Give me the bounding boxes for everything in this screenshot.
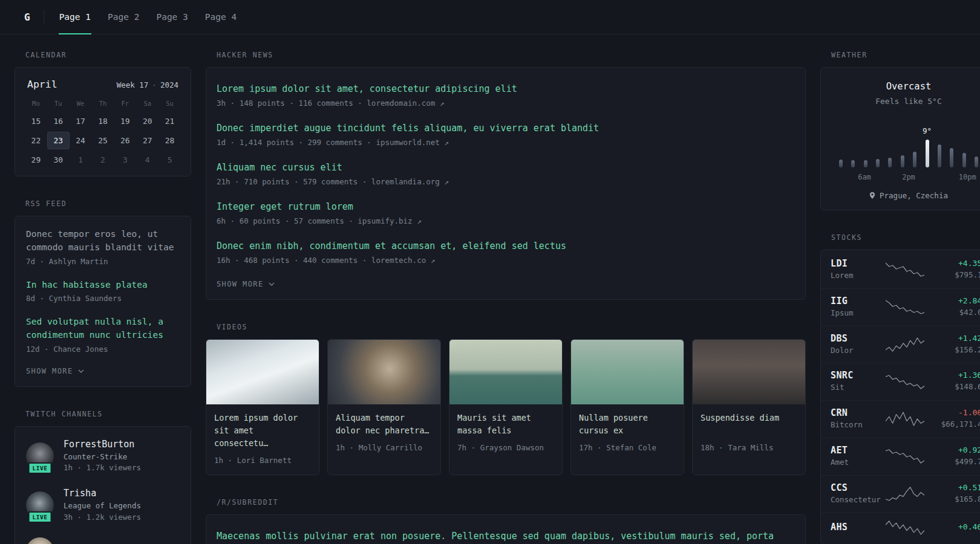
stock-change: +2.84% [926, 296, 980, 305]
calendar-day[interactable]: 4 [136, 151, 158, 169]
calendar-day[interactable]: 26 [114, 132, 136, 149]
subreddit-section: /R/SUBREDDIT Maecenas mollis pulvinar er… [206, 498, 806, 544]
hn-item-title[interactable]: Aliquam nec cursus elit [217, 161, 795, 175]
calendar-day[interactable]: 17 [70, 112, 92, 130]
calendar-day[interactable]: 22 [25, 132, 47, 149]
calendar-day[interactable]: 21 [158, 112, 181, 130]
hn-item-meta: 6h · 60 points · 57 comments · ipsumify.… [217, 216, 795, 227]
channel-avatar[interactable]: LIVE [26, 442, 54, 470]
rss-item: In hac habitasse platea 8d · Cynthia Sau… [26, 278, 180, 305]
calendar-day[interactable]: 1 [70, 151, 92, 169]
section-header-rss: RSS FEED [25, 199, 191, 208]
channel-meta: 1h · 1.7k viewers [64, 462, 141, 474]
video-card[interactable]: Nullam posuere cursus ex 17h · Stefan Co… [570, 339, 684, 475]
calendar-day[interactable]: 20 [136, 112, 158, 130]
hn-show-more-button[interactable]: SHOW MORE [217, 279, 275, 288]
hacker-news-section: HACKER NEWS Lorem ipsum dolor sit amet, … [206, 51, 806, 300]
calendar-dow-label: Tu [47, 96, 70, 111]
stock-row[interactable]: DBS Dolor +1.42% $156.28 [821, 326, 980, 364]
video-title[interactable]: Aliquam tempor dolor nec pharetra… [336, 412, 433, 437]
video-body: Suspendisse diam 18h · Tara Mills [693, 404, 805, 462]
rss-item-title[interactable]: Donec tempor eros leo, ut commodo mauris… [26, 227, 180, 254]
stock-id: AHS [831, 522, 884, 534]
calendar-day[interactable]: 3 [114, 151, 136, 169]
calendar-day[interactable]: 2 [92, 151, 114, 169]
stock-row[interactable]: SNRC Sit +1.36% $148.64 [821, 363, 980, 401]
video-card[interactable]: Mauris sit amet massa felis 7h · Grayson… [449, 339, 563, 475]
stock-symbol: AET [831, 445, 884, 456]
tab-page-2[interactable]: Page 2 [107, 0, 140, 34]
video-card[interactable]: Lorem ipsum dolor sit amet consectetu… 1… [206, 339, 319, 475]
calendar-week-year: Week 17·2024 [117, 80, 178, 89]
calendar-day[interactable]: 18 [92, 112, 114, 130]
stock-sparkline [884, 299, 926, 316]
video-card[interactable]: Suspendisse diam 18h · Tara Mills [692, 339, 806, 475]
stock-symbol: IIG [831, 296, 884, 306]
stock-name: Dolor [831, 345, 884, 357]
hn-item-meta: 1d · 1,414 points · 299 comments · ipsum… [217, 137, 795, 149]
calendar-day[interactable]: 28 [158, 132, 181, 149]
tab-page-1[interactable]: Page 1 [59, 0, 91, 34]
calendar-day[interactable]: 15 [25, 112, 47, 130]
weather-time-label: 2pm [902, 173, 915, 181]
channel-avatar[interactable]: LIVE [26, 491, 54, 519]
subreddit-post-title[interactable]: Maecenas mollis pulvinar erat non posuer… [217, 529, 795, 544]
calendar-day[interactable]: 30 [47, 151, 70, 169]
hn-item-title[interactable]: Donec imperdiet augue tincidunt felis al… [217, 121, 795, 135]
stock-row[interactable]: AHS +0.46% [821, 513, 980, 543]
video-title[interactable]: Lorem ipsum dolor sit amet consectetu… [214, 412, 311, 450]
weather-current-temp: 9° [923, 126, 932, 135]
hn-item-title[interactable]: Donec enim nibh, condimentum et accumsan… [217, 239, 795, 253]
calendar-day[interactable]: 5 [158, 151, 181, 169]
calendar-day[interactable]: 24 [70, 132, 92, 149]
stock-row[interactable]: CRN Bitcorn -1.00% $66,171.48 [821, 401, 980, 438]
stock-price: $66,171.48 [926, 419, 980, 430]
calendar-week: Week 17 [117, 80, 149, 89]
tab-page-4[interactable]: Page 4 [204, 0, 237, 34]
stock-values: -1.00% $66,171.48 [926, 408, 980, 430]
stock-id: IIG Ipsum [831, 296, 884, 319]
topbar: G Page 1 Page 2 Page 3 Page 4 [0, 0, 980, 34]
hn-item-title[interactable]: Lorem ipsum dolor sit amet, consectetur … [217, 82, 795, 96]
rss-item-title[interactable]: Sed volutpat nulla nisl, a condimentum n… [26, 315, 180, 342]
channel-name[interactable]: ForrestBurton [64, 439, 141, 450]
weather-bar [901, 155, 904, 167]
channel-name[interactable]: Trisha [64, 488, 141, 499]
stock-row[interactable]: AET Amet +0.92% $499.72 [821, 438, 980, 476]
stock-row[interactable]: CCS Consectetur +0.51% $165.84 [821, 476, 980, 513]
calendar-day-selected[interactable]: 23 [47, 132, 70, 149]
right-column: WEATHER Overcast Feels like 5°C 9° 6am 2… [820, 51, 980, 544]
rss-item-title[interactable]: In hac habitasse platea [26, 278, 180, 291]
hn-item-title[interactable]: Integer eget rutrum lorem [217, 200, 795, 214]
video-card[interactable]: Aliquam tempor dolor nec pharetra… 1h · … [327, 339, 441, 475]
stock-symbol: SNRC [831, 370, 884, 381]
video-body: Lorem ipsum dolor sit amet consectetu… 1… [206, 404, 319, 474]
stock-row[interactable]: LDI Lorem +4.35% $795.18 [821, 251, 980, 289]
video-title[interactable]: Suspendisse diam [701, 412, 797, 437]
stock-sparkline [884, 336, 926, 353]
calendar-day[interactable]: 29 [25, 151, 47, 169]
calendar-day[interactable]: 25 [92, 132, 114, 149]
twitch-channel: LIVE Trisha League of Legends 3h · 1.2k … [26, 488, 180, 523]
tab-page-3[interactable]: Page 3 [155, 0, 188, 34]
calendar-day[interactable]: 27 [136, 132, 158, 149]
stock-name: Amet [831, 457, 884, 468]
stock-price: $795.18 [926, 270, 980, 281]
channel-avatar[interactable]: LIVE [26, 537, 54, 544]
video-title[interactable]: Nullam posuere cursus ex [579, 412, 676, 437]
stock-id: CRN Bitcorn [831, 407, 884, 431]
hn-item: Lorem ipsum dolor sit amet, consectetur … [217, 82, 795, 109]
stock-values: +2.84% $42.04 [926, 296, 980, 319]
calendar-dow-label: Fr [114, 96, 136, 111]
stock-symbol: CRN [831, 407, 884, 418]
stock-symbol: CCS [831, 482, 884, 493]
app-logo[interactable]: G [24, 11, 30, 23]
calendar-day[interactable]: 19 [114, 112, 136, 130]
left-column: CALENDAR April Week 17·2024 MoTuWeThFrSa… [15, 51, 191, 544]
weather-bar [962, 153, 966, 167]
stock-row[interactable]: IIG Ipsum +2.84% $42.04 [821, 289, 980, 326]
video-meta: 1h · Lori Barnett [214, 455, 311, 467]
calendar-day[interactable]: 16 [47, 112, 70, 130]
video-title[interactable]: Mauris sit amet massa felis [457, 412, 554, 437]
rss-show-more-button[interactable]: SHOW MORE [26, 366, 84, 375]
